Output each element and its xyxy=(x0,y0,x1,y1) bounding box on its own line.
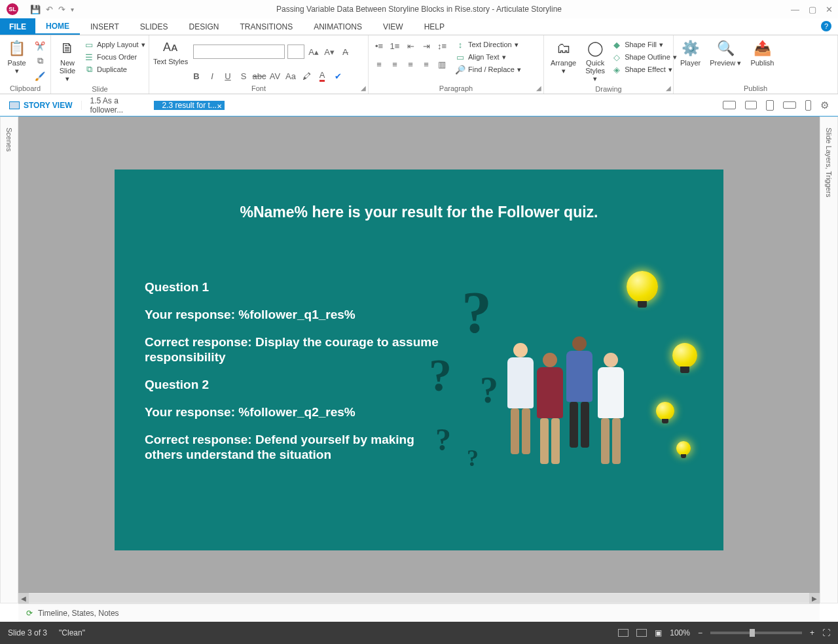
preview-button[interactable]: 🔍Preview ▾ xyxy=(707,38,744,79)
scroll-track[interactable] xyxy=(29,594,809,603)
apply-layout-button[interactable]: ▭Apply Layout ▾ xyxy=(84,39,145,50)
tab-transitions[interactable]: TRANSITIONS xyxy=(230,18,304,35)
grow-font-button[interactable]: A▴ xyxy=(307,45,320,58)
zoom-in-button[interactable]: + xyxy=(810,628,814,637)
qat-more-button[interactable]: ▾ xyxy=(71,6,74,13)
tab-animations[interactable]: ANIMATIONS xyxy=(303,18,373,35)
line-spacing-button[interactable]: ↕≡ xyxy=(435,39,448,52)
q2-heading: Question 2 xyxy=(145,377,452,393)
shape-fill-button[interactable]: ◆Shape Fill ▾ xyxy=(611,39,677,50)
paste-icon: 📋 xyxy=(7,39,27,58)
desktop-view-icon[interactable] xyxy=(723,101,736,109)
numbering-button[interactable]: 1≡ xyxy=(388,39,401,52)
text-styles-button[interactable]: Aᴀ Text Styles xyxy=(153,38,191,65)
duplicate-button[interactable]: ⧉Duplicate xyxy=(84,64,145,75)
find-replace-button[interactable]: 🔎Find / Replace ▾ xyxy=(455,64,521,75)
slide-canvas-area[interactable]: %Name% here is your result for the Follo… xyxy=(18,116,820,603)
align-text-button[interactable]: ▭Align Text ▾ xyxy=(455,52,521,62)
focus-order-button[interactable]: ☰Focus Order xyxy=(84,52,145,62)
text-direction-button[interactable]: ↕Text Direction ▾ xyxy=(455,39,521,50)
zoom-out-button[interactable]: − xyxy=(698,628,702,637)
fit-view-icon[interactable]: ▣ xyxy=(655,628,662,637)
minimize-button[interactable]: — xyxy=(791,5,799,14)
focus-order-icon: ☰ xyxy=(84,52,94,62)
publish-button[interactable]: 📤Publish xyxy=(748,38,776,79)
scroll-left-button[interactable]: ◀ xyxy=(18,593,29,603)
align-right-button[interactable]: ≡ xyxy=(404,58,417,71)
slide-illustration[interactable]: ? ? ? ? ? xyxy=(429,271,710,480)
fit-to-window-button[interactable]: ⛶ xyxy=(822,628,830,637)
align-center-button[interactable]: ≡ xyxy=(388,58,401,71)
shape-outline-button[interactable]: ◇Shape Outline ▾ xyxy=(611,52,677,62)
tablet-portrait-icon[interactable] xyxy=(766,100,774,111)
undo-button[interactable]: ↶ xyxy=(46,5,53,14)
help-icon[interactable]: ? xyxy=(821,21,831,31)
close-button[interactable]: ✕ xyxy=(826,5,833,14)
highlight-button[interactable]: 🖍 xyxy=(300,69,313,82)
zoom-slider-thumb[interactable] xyxy=(750,629,755,637)
normal-view-icon[interactable] xyxy=(618,629,628,637)
underline-button[interactable]: U xyxy=(221,69,234,82)
quick-styles-button[interactable]: ◯ Quick Styles ▾ xyxy=(583,38,608,84)
strike-button[interactable]: abc xyxy=(253,69,266,82)
results-text-block[interactable]: Question 1 Your response: %follower_q1_r… xyxy=(145,279,452,474)
font-dialog-launcher[interactable]: ◢ xyxy=(361,84,366,92)
font-size-select[interactable] xyxy=(287,45,304,59)
bullets-button[interactable]: •≡ xyxy=(373,39,386,52)
timeline-panel-collapsed[interactable]: ⟳ Timeline, States, Notes xyxy=(18,603,820,622)
save-button[interactable]: 💾 xyxy=(30,5,41,14)
font-family-select[interactable] xyxy=(193,45,285,59)
bold-button[interactable]: B xyxy=(190,69,203,82)
arrange-button[interactable]: 🗂 Arrange ▾ xyxy=(548,38,579,79)
clear-formatting-button[interactable]: A̶ xyxy=(338,45,352,58)
italic-button[interactable]: I xyxy=(206,69,219,82)
char-spacing-button[interactable]: AV xyxy=(268,69,282,82)
slide-tab-2[interactable]: 2.3 result for t...✕ xyxy=(154,101,224,110)
align-justify-button[interactable]: ≡ xyxy=(420,58,433,71)
zoom-percent[interactable]: 100% xyxy=(670,628,690,637)
zoom-slider[interactable] xyxy=(710,632,802,634)
columns-button[interactable]: ▥ xyxy=(435,58,448,71)
tab-design[interactable]: DESIGN xyxy=(178,18,229,35)
tab-insert[interactable]: INSERT xyxy=(80,18,130,35)
story-view-button[interactable]: STORY VIEW xyxy=(0,101,82,110)
copy-button[interactable]: ⧉ xyxy=(33,54,46,67)
scenes-panel-collapsed[interactable]: Scenes xyxy=(0,116,18,603)
layers-triggers-panel-collapsed[interactable]: Slide Layers, Triggers xyxy=(820,116,838,603)
tab-slides[interactable]: SLIDES xyxy=(130,18,179,35)
spelling-button[interactable]: ✔ xyxy=(331,69,344,82)
shrink-font-button[interactable]: A▾ xyxy=(323,45,336,58)
change-case-button[interactable]: Aa xyxy=(284,69,297,82)
tab-home[interactable]: HOME xyxy=(35,18,80,35)
dec-indent-button[interactable]: ⇤ xyxy=(404,39,417,52)
close-tab-icon[interactable]: ✕ xyxy=(217,103,222,110)
font-color-button[interactable]: A xyxy=(316,69,329,82)
new-slide-button[interactable]: 🗎 New Slide ▾ xyxy=(55,38,80,84)
tablet-landscape-icon[interactable] xyxy=(745,101,757,109)
player-button[interactable]: ⚙️Player xyxy=(678,38,703,79)
drawing-dialog-launcher[interactable]: ◢ xyxy=(666,84,671,92)
tab-file[interactable]: FILE xyxy=(0,18,35,35)
maximize-button[interactable]: ▢ xyxy=(809,5,816,14)
slide-title-text[interactable]: %Name% here is your result for the Follo… xyxy=(115,204,723,221)
scroll-right-button[interactable]: ▶ xyxy=(809,593,820,603)
phone-portrait-icon[interactable] xyxy=(805,100,811,111)
inc-indent-button[interactable]: ⇥ xyxy=(420,39,433,52)
slide[interactable]: %Name% here is your result for the Follo… xyxy=(115,170,723,550)
settings-icon[interactable]: ⚙ xyxy=(820,99,829,111)
phone-landscape-icon[interactable] xyxy=(783,101,796,109)
slide-tab-1[interactable]: 1.5 As a follower... xyxy=(82,96,154,115)
align-left-button[interactable]: ≡ xyxy=(373,58,386,71)
format-painter-button[interactable]: 🖌️ xyxy=(33,69,46,82)
shadow-button[interactable]: S xyxy=(237,69,250,82)
tab-view[interactable]: VIEW xyxy=(373,18,414,35)
redo-button[interactable]: ↷ xyxy=(58,5,65,14)
cut-button[interactable]: ✂️ xyxy=(33,39,46,52)
question-mark-icon: ? xyxy=(480,369,498,411)
paste-button[interactable]: 📋 Paste ▾ xyxy=(4,38,29,79)
tab-help[interactable]: HELP xyxy=(414,18,455,35)
horizontal-scrollbar[interactable]: ◀ ▶ xyxy=(18,593,820,603)
paragraph-dialog-launcher[interactable]: ◢ xyxy=(536,84,541,92)
slide-sorter-icon[interactable] xyxy=(636,629,647,637)
shape-effect-button[interactable]: ◈Shape Effect ▾ xyxy=(611,64,677,75)
